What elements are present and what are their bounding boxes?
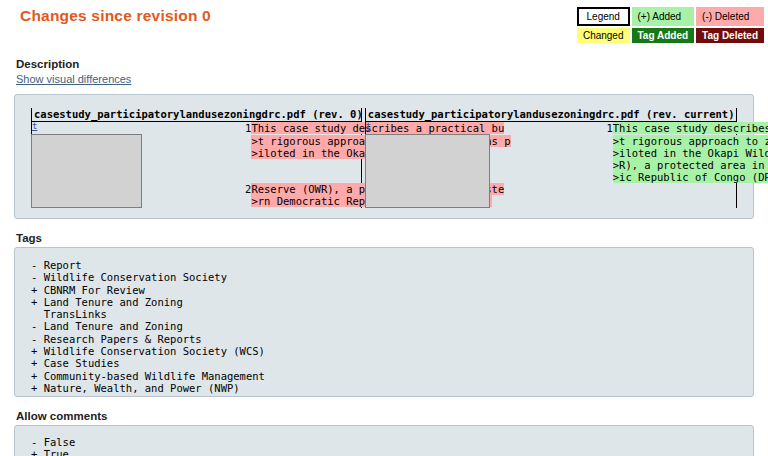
diff-line: >iloted in the Okapi Wildlife bbox=[251, 147, 361, 159]
allow-comments-panel: - False + True bbox=[14, 425, 754, 456]
tags-panel: - Report - Wildlife Conservation Society… bbox=[14, 247, 754, 397]
diff-gutter-bar bbox=[32, 135, 142, 148]
diff-line bbox=[613, 195, 737, 208]
page-title: Changes since revision 0 bbox=[20, 7, 211, 25]
line-number: 2 bbox=[141, 183, 251, 195]
diff-next-top-link[interactable]: t bbox=[366, 121, 371, 131]
diff-line: >iloted in the Okapi Wildlife Reserve (O… bbox=[613, 147, 737, 159]
show-visual-differences-link[interactable]: Show visual differences bbox=[16, 73, 131, 85]
diff-line: This case study describes a practical bu bbox=[251, 122, 361, 135]
legend-added: (+) Added bbox=[632, 7, 695, 26]
tags-section: Tags - Report - Wildlife Conservation So… bbox=[14, 232, 754, 397]
diff-row bbox=[32, 159, 362, 171]
tag-change-line: - Land Tenure and Zoning bbox=[31, 320, 737, 332]
comment-change-line: - False bbox=[31, 436, 737, 448]
diff-row bbox=[32, 171, 362, 183]
diff-gutter-bar bbox=[32, 195, 142, 208]
diff-wrap: casestudy_participatorylandusezoningdrc.… bbox=[31, 108, 737, 208]
diff-table-rev-current: casestudy_participatorylandusezoningdrc.… bbox=[365, 108, 737, 208]
diff-line: Reserve (OWR), a protected area in easte bbox=[251, 183, 361, 195]
allow-comments-heading: Allow comments bbox=[16, 410, 754, 422]
legend-tag-deleted: Tag Deleted bbox=[696, 28, 764, 43]
diff-row: >iloted in the Okapi Wildlife bbox=[32, 147, 362, 159]
diff-gutter-bar bbox=[32, 147, 142, 159]
tag-change-line: + Nature, Wealth, and Power (NWP) bbox=[31, 382, 737, 394]
page: Changes since revision 0 Legend (+) Adde… bbox=[0, 0, 768, 456]
diff-gutter-bar bbox=[32, 171, 142, 183]
diff-row: 2 Reserve (OWR), a protected area in eas… bbox=[32, 183, 362, 195]
diff-row: t 1 This case study describes a practica… bbox=[32, 122, 362, 135]
diff-line: >t rigorous approach to zoning that was … bbox=[613, 135, 737, 148]
diff-row: >iloted in the Okapi Wildlife Reserve (O… bbox=[365, 147, 736, 159]
comment-change-line: + True bbox=[31, 448, 737, 456]
diff-line bbox=[251, 171, 361, 183]
tag-change-line: - Wildlife Conservation Society bbox=[31, 271, 737, 283]
legend-deleted: (-) Deleted bbox=[696, 7, 764, 26]
diff-row: t 1 This case study describes a practica… bbox=[365, 122, 736, 135]
diff-row bbox=[365, 195, 736, 208]
diff-row: >t rigorous approach to zoning that was … bbox=[32, 135, 362, 148]
description-heading: Description bbox=[16, 58, 754, 70]
description-section: Description Show visual differences case… bbox=[14, 58, 754, 219]
tag-change-line: - Research Papers & Reports bbox=[31, 333, 737, 345]
diff-gutter-bar bbox=[365, 183, 489, 195]
legend-changed: Changed bbox=[577, 28, 630, 43]
allow-comments-section: Allow comments - False + True bbox=[14, 410, 754, 456]
diff-gutter-bar bbox=[365, 195, 489, 208]
diff-line: >ic Republic of Congo (DRC) bbox=[613, 171, 737, 183]
diff-line: >t rigorous approach to zoning that was … bbox=[251, 135, 361, 148]
diff-line: >R), a protected area in eastern Democra… bbox=[613, 159, 737, 171]
header-row: Changes since revision 0 Legend (+) Adde… bbox=[14, 0, 754, 45]
line-number: 1 bbox=[489, 122, 613, 135]
tag-change-line: + Wildlife Conservation Society (WCS) bbox=[31, 345, 737, 357]
diff-header-rev0: casestudy_participatorylandusezoningdrc.… bbox=[32, 108, 362, 122]
legend-tag-added: Tag Added bbox=[632, 28, 695, 43]
diff-row: >t rigorous approach to zoning that was … bbox=[365, 135, 736, 148]
diff-row: >rn Democratic Republic of Congo (DRC) bbox=[32, 195, 362, 208]
diff-row: >R), a protected area in eastern Democra… bbox=[365, 159, 736, 171]
tags-heading: Tags bbox=[16, 232, 754, 244]
legend-label: Legend bbox=[577, 7, 630, 26]
description-diff-panel: casestudy_participatorylandusezoningdrc.… bbox=[14, 94, 754, 219]
diff-next-top-link[interactable]: t bbox=[32, 121, 37, 131]
tag-change-line: + Case Studies bbox=[31, 357, 737, 369]
tag-change-line: - Report bbox=[31, 259, 737, 271]
diff-row: >ic Republic of Congo (DRC) bbox=[365, 171, 736, 183]
diff-line: >rn Democratic Republic of Congo (DRC) bbox=[251, 195, 361, 208]
line-number: 1 bbox=[141, 122, 251, 135]
tag-change-line: + Community-based Wildlife Management bbox=[31, 370, 737, 382]
diff-gutter-bar bbox=[32, 183, 142, 195]
diff-row bbox=[365, 183, 736, 195]
diff-line bbox=[251, 159, 361, 171]
diff-gutter-bar bbox=[365, 135, 489, 148]
diff-header-rev-current: casestudy_participatorylandusezoningdrc.… bbox=[365, 108, 736, 122]
diff-table-rev0: casestudy_participatorylandusezoningdrc.… bbox=[31, 108, 362, 208]
diff-gutter-bar bbox=[32, 159, 142, 171]
diff-gutter-bar bbox=[365, 147, 489, 159]
tag-change-line: + Land Tenure and Zoning bbox=[31, 296, 737, 308]
diff-line bbox=[613, 183, 737, 195]
diff-gutter-bar bbox=[365, 159, 489, 171]
tag-change-line: + CBNRM For Review bbox=[31, 284, 737, 296]
diff-gutter-bar bbox=[365, 171, 489, 183]
tag-change-line: TransLinks bbox=[31, 308, 737, 320]
diff-line: This case study describes a practical bu bbox=[613, 122, 737, 135]
legend-table: Legend (+) Added (-) Deleted Changed Tag… bbox=[575, 5, 766, 45]
